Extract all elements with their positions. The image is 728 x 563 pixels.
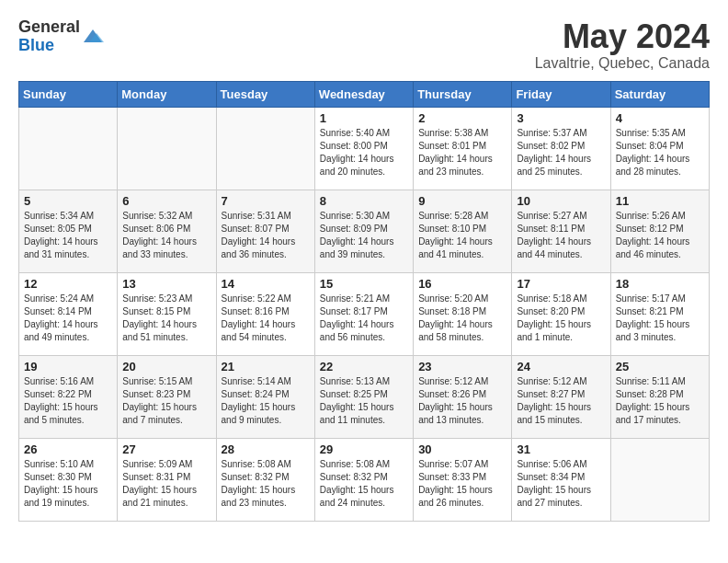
calendar-cell: 27Sunrise: 5:09 AM Sunset: 8:31 PM Dayli… — [118, 438, 216, 521]
calendar-cell: 25Sunrise: 5:11 AM Sunset: 8:28 PM Dayli… — [610, 355, 709, 438]
day-number: 8 — [320, 194, 408, 208]
day-number: 7 — [222, 194, 310, 208]
calendar-cell — [118, 107, 216, 190]
day-number: 14 — [222, 277, 310, 291]
day-number: 18 — [616, 277, 704, 291]
day-info: Sunrise: 5:15 AM Sunset: 8:23 PM Dayligh… — [122, 375, 210, 427]
calendar-cell: 6Sunrise: 5:32 AM Sunset: 8:06 PM Daylig… — [118, 190, 216, 272]
calendar-cell: 9Sunrise: 5:28 AM Sunset: 8:10 PM Daylig… — [414, 190, 512, 272]
calendar-cell: 13Sunrise: 5:23 AM Sunset: 8:15 PM Dayli… — [118, 272, 216, 355]
day-info: Sunrise: 5:10 AM Sunset: 8:30 PM Dayligh… — [24, 458, 112, 510]
calendar-cell: 29Sunrise: 5:08 AM Sunset: 8:32 PM Dayli… — [314, 438, 413, 521]
month-title: May 2024 — [535, 18, 710, 55]
day-info: Sunrise: 5:16 AM Sunset: 8:22 PM Dayligh… — [24, 375, 112, 427]
calendar-cell: 3Sunrise: 5:37 AM Sunset: 8:02 PM Daylig… — [512, 107, 610, 190]
day-info: Sunrise: 5:13 AM Sunset: 8:25 PM Dayligh… — [320, 375, 408, 427]
day-number: 16 — [418, 277, 506, 291]
day-info: Sunrise: 5:17 AM Sunset: 8:21 PM Dayligh… — [616, 293, 704, 344]
day-info: Sunrise: 5:06 AM Sunset: 8:34 PM Dayligh… — [517, 458, 605, 510]
day-number: 29 — [320, 442, 408, 456]
day-number: 10 — [517, 194, 605, 208]
day-info: Sunrise: 5:31 AM Sunset: 8:07 PM Dayligh… — [222, 210, 310, 261]
week-row-5: 26Sunrise: 5:10 AM Sunset: 8:30 PM Dayli… — [19, 438, 710, 521]
location-subtitle: Lavaltrie, Quebec, Canada — [535, 55, 710, 72]
header-monday: Monday — [118, 81, 216, 107]
day-number: 6 — [122, 194, 210, 208]
header-row: SundayMondayTuesdayWednesdayThursdayFrid… — [19, 81, 710, 107]
day-info: Sunrise: 5:07 AM Sunset: 8:33 PM Dayligh… — [418, 458, 506, 510]
calendar-header: SundayMondayTuesdayWednesdayThursdayFrid… — [19, 81, 710, 107]
day-info: Sunrise: 5:24 AM Sunset: 8:14 PM Dayligh… — [24, 293, 112, 344]
day-number: 3 — [517, 111, 605, 125]
calendar-cell: 8Sunrise: 5:30 AM Sunset: 8:09 PM Daylig… — [314, 190, 413, 272]
logo-blue-text: Blue — [18, 37, 80, 55]
day-info: Sunrise: 5:11 AM Sunset: 8:28 PM Dayligh… — [616, 375, 704, 427]
logo: General Blue — [18, 18, 104, 55]
calendar-cell: 26Sunrise: 5:10 AM Sunset: 8:30 PM Dayli… — [19, 438, 118, 521]
day-number: 11 — [616, 194, 704, 208]
calendar-cell: 18Sunrise: 5:17 AM Sunset: 8:21 PM Dayli… — [610, 272, 709, 355]
calendar-cell: 12Sunrise: 5:24 AM Sunset: 8:14 PM Dayli… — [19, 272, 118, 355]
day-info: Sunrise: 5:18 AM Sunset: 8:20 PM Dayligh… — [517, 293, 605, 344]
day-number: 25 — [616, 360, 704, 373]
day-number: 9 — [418, 194, 506, 208]
day-info: Sunrise: 5:35 AM Sunset: 8:04 PM Dayligh… — [616, 127, 704, 178]
calendar-cell: 5Sunrise: 5:34 AM Sunset: 8:05 PM Daylig… — [19, 190, 118, 272]
day-number: 2 — [418, 111, 506, 125]
day-info: Sunrise: 5:34 AM Sunset: 8:05 PM Dayligh… — [24, 210, 112, 261]
day-number: 5 — [24, 194, 112, 208]
day-number: 30 — [418, 442, 506, 456]
week-row-1: 1Sunrise: 5:40 AM Sunset: 8:00 PM Daylig… — [19, 107, 710, 190]
day-info: Sunrise: 5:09 AM Sunset: 8:31 PM Dayligh… — [122, 458, 210, 510]
day-number: 26 — [24, 442, 112, 456]
calendar-cell: 2Sunrise: 5:38 AM Sunset: 8:01 PM Daylig… — [414, 107, 512, 190]
day-number: 22 — [320, 360, 408, 373]
day-number: 13 — [122, 277, 210, 291]
day-info: Sunrise: 5:22 AM Sunset: 8:16 PM Dayligh… — [222, 293, 310, 344]
header-thursday: Thursday — [414, 81, 512, 107]
week-row-3: 12Sunrise: 5:24 AM Sunset: 8:14 PM Dayli… — [19, 272, 710, 355]
calendar-cell — [19, 107, 118, 190]
calendar-cell: 31Sunrise: 5:06 AM Sunset: 8:34 PM Dayli… — [512, 438, 610, 521]
day-info: Sunrise: 5:30 AM Sunset: 8:09 PM Dayligh… — [320, 210, 408, 261]
page-header: General Blue May 2024 Lavaltrie, Quebec,… — [18, 18, 710, 72]
calendar-cell: 24Sunrise: 5:12 AM Sunset: 8:27 PM Dayli… — [512, 355, 610, 438]
week-row-4: 19Sunrise: 5:16 AM Sunset: 8:22 PM Dayli… — [19, 355, 710, 438]
header-wednesday: Wednesday — [314, 81, 413, 107]
day-number: 4 — [616, 111, 704, 125]
calendar-cell: 14Sunrise: 5:22 AM Sunset: 8:16 PM Dayli… — [216, 272, 314, 355]
calendar-cell: 20Sunrise: 5:15 AM Sunset: 8:23 PM Dayli… — [118, 355, 216, 438]
logo-icon — [82, 26, 104, 48]
header-saturday: Saturday — [610, 81, 709, 107]
week-row-2: 5Sunrise: 5:34 AM Sunset: 8:05 PM Daylig… — [19, 190, 710, 272]
calendar-cell: 19Sunrise: 5:16 AM Sunset: 8:22 PM Dayli… — [19, 355, 118, 438]
calendar-cell: 7Sunrise: 5:31 AM Sunset: 8:07 PM Daylig… — [216, 190, 314, 272]
day-number: 1 — [320, 111, 408, 125]
calendar-cell: 10Sunrise: 5:27 AM Sunset: 8:11 PM Dayli… — [512, 190, 610, 272]
calendar-cell: 28Sunrise: 5:08 AM Sunset: 8:32 PM Dayli… — [216, 438, 314, 521]
day-number: 15 — [320, 277, 408, 291]
day-number: 31 — [517, 442, 605, 456]
calendar-cell: 21Sunrise: 5:14 AM Sunset: 8:24 PM Dayli… — [216, 355, 314, 438]
day-number: 20 — [122, 360, 210, 373]
calendar-cell: 15Sunrise: 5:21 AM Sunset: 8:17 PM Dayli… — [314, 272, 413, 355]
day-info: Sunrise: 5:20 AM Sunset: 8:18 PM Dayligh… — [418, 293, 506, 344]
header-friday: Friday — [512, 81, 610, 107]
day-number: 23 — [418, 360, 506, 373]
calendar-cell: 16Sunrise: 5:20 AM Sunset: 8:18 PM Dayli… — [414, 272, 512, 355]
day-info: Sunrise: 5:27 AM Sunset: 8:11 PM Dayligh… — [517, 210, 605, 261]
day-info: Sunrise: 5:28 AM Sunset: 8:10 PM Dayligh… — [418, 210, 506, 261]
day-info: Sunrise: 5:08 AM Sunset: 8:32 PM Dayligh… — [222, 458, 310, 510]
day-number: 27 — [122, 442, 210, 456]
calendar-cell: 23Sunrise: 5:12 AM Sunset: 8:26 PM Dayli… — [414, 355, 512, 438]
day-info: Sunrise: 5:37 AM Sunset: 8:02 PM Dayligh… — [517, 127, 605, 178]
calendar-cell — [216, 107, 314, 190]
calendar-cell: 1Sunrise: 5:40 AM Sunset: 8:00 PM Daylig… — [314, 107, 413, 190]
calendar-table: SundayMondayTuesdayWednesdayThursdayFrid… — [18, 81, 710, 522]
calendar-cell — [610, 438, 709, 521]
day-info: Sunrise: 5:38 AM Sunset: 8:01 PM Dayligh… — [418, 127, 506, 178]
day-info: Sunrise: 5:12 AM Sunset: 8:26 PM Dayligh… — [418, 375, 506, 427]
day-number: 28 — [222, 442, 310, 456]
header-tuesday: Tuesday — [216, 81, 314, 107]
day-info: Sunrise: 5:21 AM Sunset: 8:17 PM Dayligh… — [320, 293, 408, 344]
